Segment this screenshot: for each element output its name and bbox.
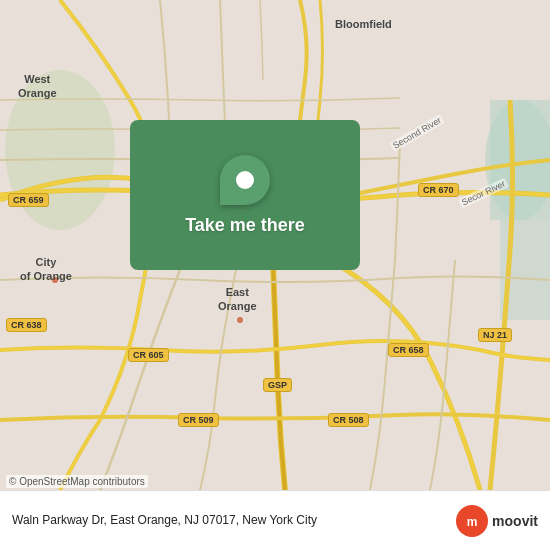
osm-attribution: © OpenStreetMap contributors [6,475,148,488]
moovit-text: moovit [492,513,538,529]
badge-cr638: CR 638 [6,318,47,332]
moovit-svg: m [462,511,482,531]
label-bloomfield: Bloomfield [335,18,392,30]
moovit-logo: m moovit [456,505,538,537]
action-panel: Take me there [130,120,360,270]
badge-cr509: CR 509 [178,413,219,427]
location-pin [220,155,270,205]
badge-cr508: CR 508 [328,413,369,427]
badge-gsp: GSP [263,378,292,392]
location-pin-wrapper [210,144,281,215]
address-text: Waln Parkway Dr, East Orange, NJ 07017, … [12,512,456,529]
moovit-icon: m [456,505,488,537]
label-east-orange: EastOrange [218,285,257,314]
badge-nj21: NJ 21 [478,328,512,342]
badge-cr659: CR 659 [8,193,49,207]
bottom-bar: Waln Parkway Dr, East Orange, NJ 07017, … [0,490,550,550]
svg-point-5 [237,317,243,323]
label-west-orange: WestOrange [18,72,57,101]
map-container: Bloomfield WestOrange Cityof Orange East… [0,0,550,490]
svg-text:m: m [467,515,478,529]
badge-cr670: CR 670 [418,183,459,197]
take-me-there-button[interactable]: Take me there [185,215,305,236]
badge-cr658: CR 658 [388,343,429,357]
badge-cr605: CR 605 [128,348,169,362]
label-city-orange: Cityof Orange [20,255,72,284]
